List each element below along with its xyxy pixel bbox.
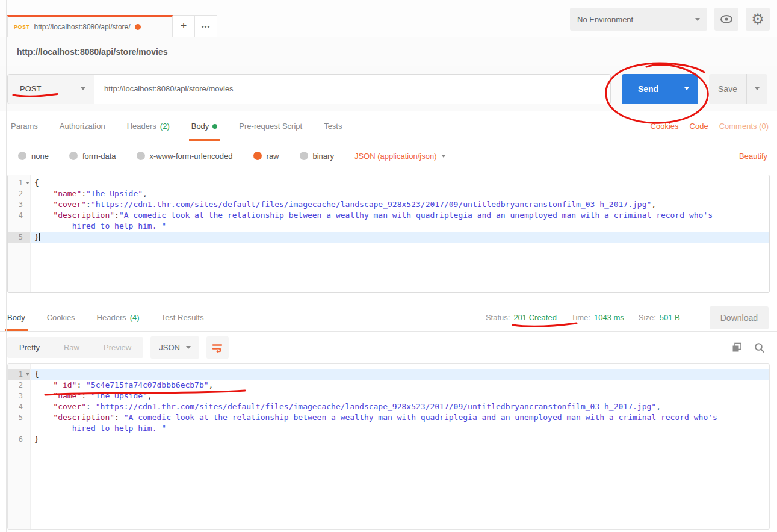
comments-link-label: Comments (0) [719, 122, 769, 131]
request-tab[interactable]: POST http://localhost:8080/api/store/ [7, 15, 173, 37]
tab-body-label: Body [191, 122, 209, 131]
request-builder: POST Send Save [0, 66, 777, 111]
settings-button[interactable]: ⚙ [746, 8, 770, 31]
code-line[interactable]: 4 "description":"A comedic look at the r… [8, 210, 769, 232]
tab-authorization-label: Authorization [60, 122, 105, 131]
beautify-link[interactable]: Beautify [739, 152, 767, 161]
tab-params[interactable]: Params [11, 111, 38, 141]
tab-pre-request-label: Pre-request Script [239, 122, 302, 131]
fold-caret-icon[interactable] [26, 373, 29, 376]
tab-authorization[interactable]: Authorization [60, 111, 105, 141]
status-value: 201 Created [513, 313, 557, 322]
code-line[interactable]: 6} [8, 434, 769, 445]
body-type-row: none form-data x-www-form-urlencoded raw… [0, 141, 777, 170]
new-tab-button[interactable]: + [173, 15, 195, 37]
wrap-text-icon [211, 342, 223, 353]
response-headers-count-badge: (4) [130, 313, 140, 322]
search-icon [754, 342, 765, 353]
method-select[interactable]: POST [7, 74, 94, 104]
unsaved-dot-icon [135, 24, 141, 30]
code-line[interactable]: 1{ [8, 369, 769, 380]
line-number: 5 [8, 232, 31, 243]
view-raw-button[interactable]: Raw [52, 337, 91, 358]
cookies-link-label: Cookies [651, 122, 679, 131]
environment-quicklook-button[interactable] [714, 8, 738, 31]
annotation-underline-status [512, 322, 579, 328]
response-view-controls: Pretty Raw Preview JSON [0, 332, 777, 363]
response-format-value: JSON [159, 343, 180, 352]
radio-binary[interactable]: binary [300, 152, 334, 161]
tab-tests-label: Tests [324, 122, 342, 131]
line-number: 1 [8, 178, 31, 188]
search-response-button[interactable] [754, 342, 765, 353]
request-tabs: Params Authorization Headers (2) Body Pr… [0, 111, 777, 141]
tab-body[interactable]: Body [191, 111, 218, 141]
response-body-editor[interactable]: 1{2 "_id": "5c4e715fa74c07dbbb6ecb7b",3 … [7, 363, 770, 530]
radio-form-data-label: form-data [82, 152, 116, 161]
url-input[interactable] [94, 74, 611, 104]
save-button[interactable]: Save [709, 74, 746, 104]
save-options-button[interactable] [746, 74, 767, 104]
view-preview-button[interactable]: Preview [91, 337, 143, 358]
view-pretty-button[interactable]: Pretty [7, 337, 52, 358]
line-number: 1 [8, 369, 31, 380]
line-number: 2 [8, 380, 31, 391]
method-value: POST [20, 84, 81, 93]
code-line[interactable]: 5 "description": "A comedic look at the … [8, 412, 769, 434]
code-line[interactable]: 3 "cover":"https://cdn1.thr.com/sites/de… [8, 199, 769, 210]
tab-response-body-label: Body [7, 313, 25, 322]
tab-pre-request-script[interactable]: Pre-request Script [239, 111, 302, 141]
environment-select[interactable]: No Environment [570, 8, 707, 31]
response-tabs: Body Cookies Headers (4) Test Results St… [0, 304, 777, 332]
tab-headers[interactable]: Headers (2) [127, 111, 170, 141]
tab-response-body[interactable]: Body [7, 304, 25, 331]
tab-response-cookies[interactable]: Cookies [47, 304, 75, 331]
chevron-down-icon [684, 87, 689, 90]
request-body-editor[interactable]: 1{2 "name":"The Upside",3 "cover":"https… [7, 175, 770, 293]
status-label: Status: [486, 313, 510, 322]
tab-strip: POST http://localhost:8080/api/store/ + … [0, 0, 777, 37]
code-line[interactable]: 1{ [8, 178, 769, 188]
tab-response-headers[interactable]: Headers (4) [97, 304, 140, 331]
request-title-bar: http://localhost:8080/api/store/movies [0, 37, 777, 66]
save-button-group: Save [709, 74, 767, 104]
copy-response-button[interactable] [732, 342, 742, 353]
tab-response-cookies-label: Cookies [47, 313, 75, 322]
view-raw-label: Raw [64, 343, 79, 352]
comments-link[interactable]: Comments (0) [719, 111, 769, 141]
line-number: 2 [8, 188, 31, 199]
radio-icon [18, 152, 26, 160]
wrap-text-button[interactable] [206, 336, 229, 359]
postman-window: POST http://localhost:8080/api/store/ + … [0, 0, 777, 532]
response-format-select[interactable]: JSON [150, 336, 199, 359]
radio-selected-icon [253, 152, 262, 160]
fold-caret-icon[interactable] [26, 182, 29, 184]
code-line[interactable]: 2 "name":"The Upside", [8, 188, 769, 199]
line-number: 4 [8, 210, 31, 232]
radio-none[interactable]: none [18, 152, 49, 161]
radio-form-data[interactable]: form-data [69, 152, 116, 161]
beautify-link-label: Beautify [739, 152, 767, 161]
tab-test-results[interactable]: Test Results [161, 304, 204, 331]
line-number: 4 [8, 401, 31, 412]
time-value: 1043 ms [594, 313, 624, 322]
content-type-value: JSON (application/json) [354, 152, 437, 161]
tab-tests[interactable]: Tests [324, 111, 342, 141]
more-tabs-button[interactable]: ••• [195, 15, 217, 37]
meta-divider [695, 309, 695, 327]
radio-raw[interactable]: raw [253, 152, 279, 161]
content-type-select[interactable]: JSON (application/json) [354, 152, 447, 161]
view-mode-group: Pretty Raw Preview [7, 337, 143, 358]
code-line[interactable]: 3 "name": "The Upside", [8, 391, 769, 401]
send-button[interactable]: Send [622, 74, 675, 104]
code-link[interactable]: Code [690, 111, 708, 141]
code-line[interactable]: 2 "_id": "5c4e715fa74c07dbbb6ecb7b", [8, 380, 769, 391]
cookies-link[interactable]: Cookies [651, 111, 679, 141]
chevron-down-icon [441, 155, 446, 158]
download-button[interactable]: Download [710, 306, 769, 329]
code-line[interactable]: 4 "cover": "https://cdn1.thr.com/sites/d… [8, 401, 769, 412]
send-options-button[interactable] [675, 74, 698, 104]
code-line[interactable]: 5} [8, 232, 769, 243]
size-value: 501 B [660, 313, 680, 322]
radio-x-www-form-urlencoded[interactable]: x-www-form-urlencoded [137, 152, 233, 161]
